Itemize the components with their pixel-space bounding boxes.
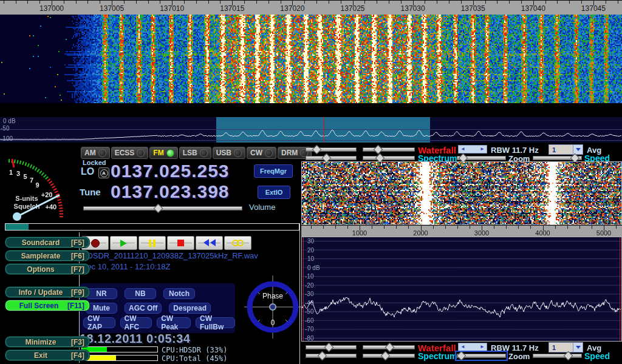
- mode-led-icon: [234, 149, 242, 157]
- speed-slider-top[interactable]: [533, 155, 582, 161]
- scale-tick: [494, 226, 494, 229]
- mode-button-fm[interactable]: FM: [149, 147, 177, 159]
- mode-button-cw[interactable]: CW: [247, 147, 276, 159]
- chevron-down-icon[interactable]: [573, 343, 583, 352]
- contrast2-slider-bottom-track[interactable]: [306, 354, 357, 358]
- db-tick-label: -70: [305, 326, 313, 332]
- audio-frequency-scale[interactable]: 10002000300040005000: [301, 225, 622, 237]
- play-button[interactable]: [110, 236, 137, 250]
- scroll-left-icon[interactable]: ◄: [460, 147, 465, 152]
- lo-frequency-value[interactable]: 0137.025.253: [111, 161, 230, 181]
- frequency-tick-label: 137005: [100, 4, 124, 13]
- dsp-button-cw-peak[interactable]: CW Peak: [157, 317, 191, 328]
- contrast-slider-bottom[interactable]: [306, 344, 357, 351]
- speed-slider-bottom-track[interactable]: [533, 354, 582, 358]
- brightness2-slider-top-track[interactable]: [363, 156, 415, 160]
- exit-button[interactable]: Exit[F4]: [5, 349, 90, 361]
- frequency-tick-label: 137010: [160, 4, 184, 13]
- speed-slider-bottom-thumb[interactable]: [563, 351, 573, 361]
- audio-waterfall-display[interactable]: [301, 161, 622, 225]
- cpu-label: CPU:HDSDR (33%): [162, 346, 227, 354]
- dsp-button-mute[interactable]: Mute: [86, 303, 117, 314]
- rbw-label: RBW 11.7 Hz: [491, 343, 539, 352]
- scale-tick: [4, 1, 4, 4]
- mode-button-am[interactable]: AM: [81, 147, 110, 159]
- brightness-slider-bottom[interactable]: [363, 344, 415, 351]
- extio-button[interactable]: ExtIO: [258, 186, 290, 199]
- scale-tick: [87, 1, 88, 4]
- avg-dropdown[interactable]: 1: [549, 144, 583, 155]
- minimize-button[interactable]: Minimize[F3]: [5, 336, 90, 348]
- brightness-slider-top-track[interactable]: [363, 147, 415, 152]
- soundcard-button[interactable]: Soundcard[F5]: [5, 237, 90, 248]
- button-fkey: [F5]: [71, 238, 84, 247]
- brightness-slider-bottom-thumb[interactable]: [385, 343, 395, 352]
- dsp-button-cw-afc[interactable]: CW AFC: [120, 317, 152, 328]
- zoom-slider-bottom-thumb[interactable]: [457, 351, 466, 361]
- scale-tick: [76, 1, 77, 4]
- scroll-right-icon[interactable]: ►: [480, 345, 485, 349]
- fullscreen-button[interactable]: Full Screen[F11]: [5, 300, 90, 311]
- main-spectrum-display[interactable]: 0 dB -50 -100: [0, 117, 622, 143]
- brightness-slider-top[interactable]: [363, 146, 415, 153]
- dsp-button-cw-zap[interactable]: CW ZAP: [83, 317, 115, 328]
- rewind-button[interactable]: [196, 236, 223, 250]
- chevron-down-icon[interactable]: [573, 145, 583, 154]
- auto-lock-icon[interactable]: A: [98, 167, 109, 178]
- tune-label: Tune: [80, 187, 101, 197]
- contrast-slider-bottom-thumb[interactable]: [324, 343, 334, 352]
- mode-label: DRM: [281, 149, 298, 157]
- contrast-slider-top[interactable]: [306, 146, 357, 153]
- info-update-button[interactable]: Info / Update[F9]: [5, 286, 90, 298]
- squelch-bar[interactable]: [5, 223, 299, 231]
- zoom-slider-top[interactable]: [457, 155, 506, 161]
- db-tick-label: -40: [305, 300, 313, 306]
- dsp-button-notch[interactable]: Notch: [163, 288, 195, 299]
- mode-button-lsb[interactable]: LSB: [179, 147, 211, 159]
- scroll-right-icon[interactable]: ►: [480, 147, 485, 152]
- tune-frequency-value[interactable]: 0137.023.398: [111, 181, 230, 202]
- frequency-shift-scrollbar[interactable]: ◄►: [458, 343, 487, 351]
- volume-slider-control-thumb[interactable]: [154, 204, 163, 214]
- dsp-button-agc-off[interactable]: AGC Off: [125, 303, 162, 314]
- mode-button-ecss[interactable]: ECSS: [111, 147, 149, 159]
- contrast2-slider-bottom[interactable]: [306, 352, 357, 359]
- dsp-button-despread[interactable]: Despread: [169, 303, 211, 314]
- contrast2-slider-top[interactable]: [306, 155, 357, 161]
- scale-tick: [281, 1, 281, 4]
- main-frequency-scale[interactable]: 1370001370051370101370151370201370251370…: [0, 0, 622, 15]
- s-meter[interactable]: 13579+20+40S-unitsSquelch: [0, 144, 79, 227]
- dsp-button-nb[interactable]: NB: [125, 288, 156, 299]
- frequency-tick-label: 3000: [474, 229, 489, 237]
- scale-tick: [64, 1, 64, 4]
- dsp-button-nr[interactable]: NR: [86, 288, 117, 299]
- brightness2-slider-top[interactable]: [363, 155, 415, 161]
- frequency-shift-scrollbar[interactable]: ◄►: [458, 145, 487, 153]
- brightness2-slider-bottom[interactable]: [363, 352, 415, 359]
- contrast2-slider-bottom-thumb[interactable]: [318, 351, 327, 361]
- loop-button[interactable]: [224, 236, 251, 250]
- scale-tick: [364, 1, 365, 4]
- samplerate-button[interactable]: Samplerate[F6]: [5, 250, 90, 261]
- freqmgr-button[interactable]: FreqMgr: [254, 164, 293, 178]
- contrast-slider-top-thumb[interactable]: [312, 145, 322, 155]
- scroll-left-icon[interactable]: ◄: [460, 345, 465, 349]
- dsp-button-cw-fullbw[interactable]: CW FullBw: [196, 317, 235, 328]
- brightness-slider-top-thumb[interactable]: [374, 145, 383, 155]
- pause-button[interactable]: [138, 236, 166, 250]
- scale-tick: [616, 226, 617, 229]
- speed-slider-bottom[interactable]: [533, 352, 582, 359]
- scale-tick: [136, 1, 137, 4]
- mode-button-usb[interactable]: USB: [213, 147, 245, 159]
- avg-dropdown-value: 1: [549, 146, 573, 153]
- main-waterfall-display[interactable]: [0, 0, 622, 103]
- volume-slider-control[interactable]: [83, 205, 242, 212]
- options-button[interactable]: Options[F7]: [5, 263, 90, 275]
- mode-label: LSB: [183, 149, 197, 157]
- avg-dropdown[interactable]: 1: [549, 342, 583, 352]
- zoom-slider-bottom[interactable]: [457, 352, 506, 359]
- audio-spectrum-display[interactable]: 3020100 dB-10-20-30-40-50-60-70-80: [301, 237, 622, 342]
- rewind-icon: [203, 238, 216, 249]
- brightness2-slider-bottom-thumb[interactable]: [380, 351, 390, 361]
- stop-button[interactable]: [167, 236, 194, 250]
